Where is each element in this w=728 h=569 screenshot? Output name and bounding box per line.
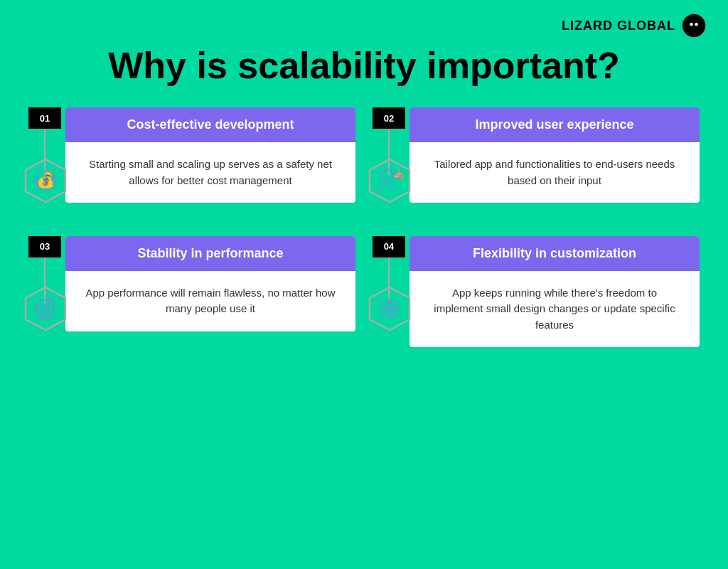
card-body-3: App performance will remain flawless, no… bbox=[65, 271, 355, 331]
card-header-2: Improved user experience bbox=[410, 107, 700, 142]
icon-1: 💰 $ bbox=[21, 156, 70, 208]
svg-rect-22 bbox=[380, 307, 383, 310]
svg-rect-25 bbox=[394, 313, 398, 317]
card-wrapper-3: 03 Stability in performance App performa… bbox=[28, 236, 355, 348]
svg-rect-24 bbox=[381, 300, 385, 304]
page-title: Why is scalability important? bbox=[0, 46, 728, 86]
icon-4 bbox=[365, 284, 414, 336]
icon-2: 👍 bbox=[365, 156, 414, 208]
card-header-4: Flexibility in customization bbox=[410, 236, 700, 271]
cards-grid: 01 💰 $ Cost-effective development Starti… bbox=[0, 107, 728, 368]
card-4: Flexibility in customization App keeps r… bbox=[410, 236, 700, 348]
header: LIZARD GLOBAL bbox=[0, 0, 728, 38]
svg-point-8 bbox=[381, 169, 392, 181]
svg-rect-23 bbox=[396, 307, 400, 310]
card-body-2: Tailored app and functionalities to end-… bbox=[410, 142, 700, 203]
card-1: Cost-effective development Starting smal… bbox=[65, 107, 355, 203]
card-wrapper-1: 01 💰 $ Cost-effective development Starti… bbox=[28, 107, 355, 219]
logo-text: LIZARD GLOBAL bbox=[562, 18, 675, 33]
svg-rect-20 bbox=[388, 299, 391, 302]
svg-rect-26 bbox=[394, 300, 398, 304]
svg-text:$: $ bbox=[43, 175, 49, 187]
card-wrapper-4: 04 Flexibility in customization App k bbox=[373, 236, 700, 348]
lizard-icon bbox=[681, 13, 707, 38]
svg-point-19 bbox=[387, 307, 392, 312]
card-2: Improved user experience Tailored app an… bbox=[410, 107, 700, 203]
svg-point-1 bbox=[690, 23, 693, 26]
svg-point-15 bbox=[37, 300, 54, 317]
svg-marker-14 bbox=[26, 287, 65, 330]
card-3: Stability in performance App performance… bbox=[65, 236, 355, 331]
badge-4: 04 bbox=[373, 236, 405, 257]
card-body-4: App keeps running while there's freedom … bbox=[410, 271, 700, 348]
svg-rect-27 bbox=[381, 313, 385, 317]
badge-3: 03 bbox=[28, 236, 61, 257]
badge-1: 01 bbox=[28, 107, 61, 129]
svg-point-2 bbox=[695, 23, 698, 26]
card-body-1: Starting small and scaling up serves as … bbox=[65, 142, 355, 203]
card-header-1: Cost-effective development bbox=[65, 107, 355, 142]
card-wrapper-2: 02 👍 Improved user experience Tailored a… bbox=[373, 107, 700, 219]
icon-3 bbox=[21, 284, 70, 336]
badge-2: 02 bbox=[373, 107, 405, 129]
svg-rect-21 bbox=[388, 315, 391, 319]
card-header-3: Stability in performance bbox=[65, 236, 355, 271]
logo-area: LIZARD GLOBAL bbox=[562, 13, 707, 38]
